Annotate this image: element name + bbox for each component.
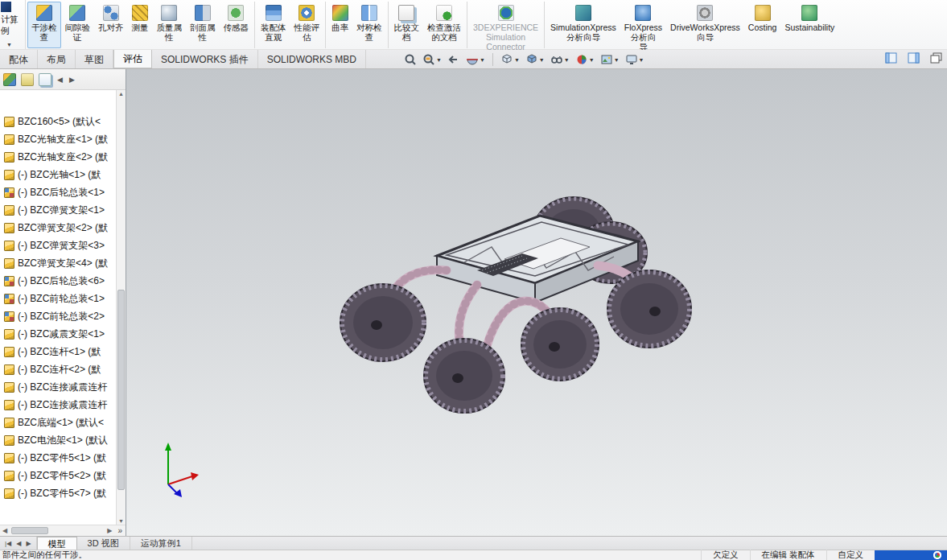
scrollbar-thumb[interactable] bbox=[11, 527, 48, 534]
tree-vertical-scrollbar[interactable]: ▲ ▼ bbox=[116, 90, 126, 525]
dropdown-caret-icon[interactable]: ▼ bbox=[6, 42, 12, 47]
previous-view-button[interactable] bbox=[446, 52, 462, 67]
command-button-icon bbox=[103, 5, 119, 21]
tab-scroll-icon[interactable]: ▶ bbox=[24, 540, 32, 547]
hide-show-items-button[interactable]: ▼ bbox=[549, 52, 571, 67]
command-button[interactable]: Sustainability bbox=[780, 2, 838, 48]
command-button[interactable]: FloXpress 分析向 导 bbox=[620, 2, 666, 48]
section-view-button[interactable]: ▼ bbox=[464, 52, 487, 67]
view-orientation-button[interactable]: ▼ bbox=[499, 52, 521, 67]
command-button-label: 曲率 bbox=[331, 23, 348, 33]
document-tab[interactable]: 3D 视图 bbox=[77, 537, 130, 550]
feature-tree-item[interactable]: (-) BZC前轮总装<2> bbox=[0, 307, 116, 325]
feature-tree-item[interactable]: (-) BZC弹簧支架<1> bbox=[0, 201, 116, 219]
ribbon-tab[interactable]: SOLIDWORKS 插件 bbox=[152, 50, 258, 68]
feature-tree-item[interactable]: BZC光轴支座<2> (默 bbox=[0, 148, 116, 166]
graphics-viewport[interactable] bbox=[126, 69, 947, 536]
command-button[interactable]: 对称检 查 bbox=[352, 2, 386, 48]
command-button[interactable]: 3DEXPERIENCE Simulation Connector bbox=[467, 2, 542, 48]
apply-scene-button[interactable]: ▼ bbox=[599, 52, 621, 67]
command-button-icon bbox=[635, 5, 651, 21]
view-settings-button[interactable]: ▼ bbox=[624, 52, 646, 67]
feature-tree-item[interactable]: (-) BZC减震支架<1> bbox=[0, 325, 116, 343]
feature-tree-item[interactable]: BZC160<5> (默认< bbox=[0, 113, 116, 130]
command-button[interactable]: 剖面属 性 bbox=[186, 2, 220, 48]
scrollbar-thumb[interactable] bbox=[117, 290, 125, 489]
assembly-3d-model[interactable] bbox=[126, 69, 947, 536]
part-icon bbox=[4, 418, 14, 428]
command-button[interactable]: 质量属 性 bbox=[153, 2, 187, 48]
command-button[interactable]: 比较文 档 bbox=[388, 2, 424, 48]
panel-nav-right-icon[interactable]: ▶ bbox=[68, 76, 76, 84]
ribbon-tab[interactable]: 布局 bbox=[38, 50, 76, 68]
ribbon-tab[interactable]: 配体 bbox=[0, 50, 38, 68]
command-button[interactable]: 间隙验 证 bbox=[61, 2, 95, 48]
feature-tree-item[interactable]: (-) BZC光轴<1> (默 bbox=[0, 166, 116, 183]
command-button[interactable]: 孔对齐 bbox=[94, 2, 128, 48]
feature-tree-item[interactable]: BZC底端<1> (默认< bbox=[0, 414, 116, 431]
command-button[interactable]: 装配体 直观 bbox=[254, 2, 290, 48]
ribbon-tab-row: 配体 布局 草图 评估 SOLIDWORKS 插件 SOLIDWORKS MBD… bbox=[0, 50, 947, 69]
panel-expand-icon[interactable]: » bbox=[114, 526, 126, 535]
feature-tree-item[interactable]: (-) BZC弹簧支架<3> bbox=[0, 237, 116, 254]
command-button[interactable]: 传感器 bbox=[220, 2, 253, 48]
display-style-button[interactable]: ▼ bbox=[524, 52, 546, 67]
scroll-down-icon[interactable]: ▼ bbox=[118, 518, 124, 524]
status-field: 在编辑 装配体 bbox=[750, 550, 826, 560]
featuremanager-tree-icon[interactable] bbox=[3, 73, 16, 86]
feature-tree-item[interactable]: (-) BZC连接减震连杆 bbox=[0, 396, 116, 414]
feature-tree-item[interactable]: (-) BZC零件5<2> (默 bbox=[0, 467, 116, 484]
part-icon bbox=[4, 435, 14, 446]
task-pane-left-icon[interactable] bbox=[885, 52, 897, 64]
feature-tree-item[interactable]: (-) BZC后轮总装<1> bbox=[0, 183, 116, 201]
feature-tree-item[interactable]: (-) BZC前轮总装<1> bbox=[0, 290, 116, 307]
part-icon bbox=[4, 471, 14, 481]
ribbon-tab-label: 草图 bbox=[84, 53, 104, 67]
feature-tree-item[interactable]: (-) BZC零件5<7> (默 bbox=[0, 484, 116, 502]
tree-horizontal-scrollbar[interactable]: ◀ ▶ » bbox=[0, 525, 126, 536]
command-button[interactable]: Costing bbox=[744, 2, 781, 48]
ribbon-tab[interactable]: 评估 bbox=[113, 50, 152, 68]
feature-tree-item[interactable]: BZC光轴支座<1> (默 bbox=[0, 130, 116, 148]
command-button[interactable]: 曲率 bbox=[325, 2, 352, 48]
propertymanager-icon[interactable] bbox=[21, 73, 34, 86]
feature-tree-item[interactable]: (-) BZC连杆<1> (默 bbox=[0, 343, 116, 360]
feature-tree-item[interactable]: BZC弹簧支架<2> (默 bbox=[0, 219, 116, 237]
task-pane-right-icon[interactable] bbox=[908, 52, 920, 64]
scroll-left-icon[interactable]: ◀ bbox=[0, 527, 10, 534]
restore-window-icon[interactable] bbox=[930, 52, 942, 64]
configurationmanager-icon[interactable] bbox=[39, 73, 51, 86]
zoom-fit-button[interactable] bbox=[402, 52, 418, 67]
zoom-area-button[interactable]: ▼ bbox=[421, 52, 443, 67]
scrollbar-track[interactable] bbox=[10, 525, 105, 536]
scroll-right-icon[interactable]: ▶ bbox=[105, 527, 114, 534]
feature-tree-item[interactable]: BZC弹簧支架<4> (默 bbox=[0, 254, 116, 272]
ribbon-tab[interactable]: 草图 bbox=[76, 50, 113, 68]
feature-tree-item[interactable]: (-) BZC连接减震连杆 bbox=[0, 378, 116, 396]
command-button[interactable]: DriveWorksXpress 向导 bbox=[666, 2, 744, 48]
tab-scroll-icon[interactable]: ◀ bbox=[14, 540, 23, 547]
tab-scroll-icon[interactable]: |◀ bbox=[3, 540, 13, 547]
clipped-toolbar-button[interactable]: 计算 例 ▼ bbox=[0, 0, 26, 49]
feature-tree-item-label: BZC160<5> (默认< bbox=[18, 115, 101, 129]
ribbon-tab-label: 评估 bbox=[123, 52, 142, 66]
scroll-up-icon[interactable]: ▲ bbox=[118, 91, 124, 97]
command-button[interactable]: 干涉检 查 bbox=[27, 2, 61, 48]
command-button[interactable]: 性能评 估 bbox=[290, 2, 324, 48]
command-button[interactable]: 测量 bbox=[128, 2, 153, 48]
command-button-label: 装配体 直观 bbox=[261, 23, 286, 43]
ribbon-tab[interactable]: SOLIDWORKS MBD bbox=[258, 50, 366, 68]
edit-appearance-button[interactable]: ▼ bbox=[574, 52, 596, 67]
document-tab[interactable]: 运动算例1 bbox=[130, 537, 192, 550]
wheel-front-left bbox=[340, 284, 426, 361]
feature-tree-item[interactable]: (-) BZC连杆<2> (默 bbox=[0, 360, 116, 378]
document-tab[interactable]: 模型 bbox=[37, 537, 77, 550]
feature-tree-item[interactable]: (-) BZC后轮总装<6> bbox=[0, 272, 116, 290]
chevron-down-icon: ▼ bbox=[539, 57, 545, 63]
panel-nav-left-icon[interactable]: ◀ bbox=[56, 76, 64, 84]
brand-strip bbox=[875, 550, 947, 560]
command-button[interactable]: 检查激活 的文档 bbox=[423, 2, 465, 48]
command-button[interactable]: SimulationXpress 分析向导 bbox=[544, 2, 620, 48]
feature-tree-item[interactable]: BZC电池架<1> (默认 bbox=[0, 431, 116, 449]
feature-tree-item[interactable]: (-) BZC零件5<1> (默 bbox=[0, 449, 116, 467]
